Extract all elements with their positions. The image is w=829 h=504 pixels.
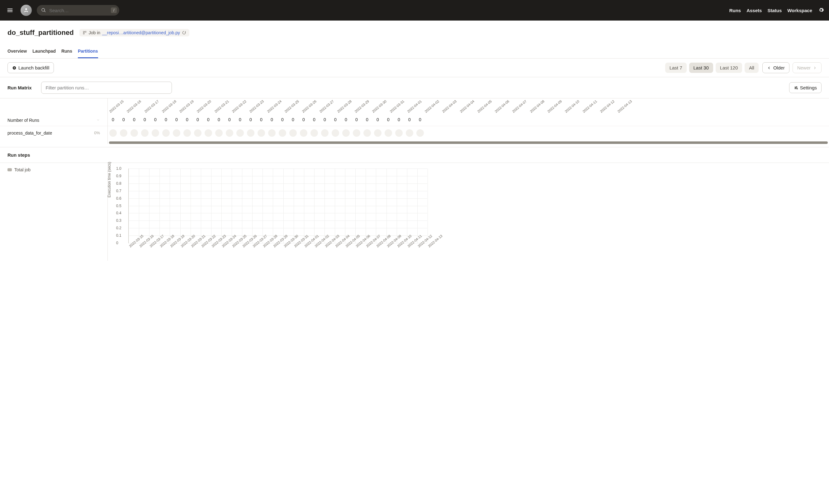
nav-assets[interactable]: Assets (747, 8, 762, 13)
partition-status-cell[interactable] (309, 129, 320, 137)
partition-status-cell[interactable] (192, 129, 203, 137)
partition-date[interactable]: 2022-03-27 (319, 99, 335, 113)
partition-status-cell[interactable] (320, 129, 330, 137)
y-axis-label: Execution time (secs) (107, 162, 111, 197)
partition-status-cell[interactable] (118, 129, 129, 137)
newer-label: Newer (797, 65, 810, 70)
partition-date[interactable]: 2022-03-21 (214, 99, 229, 113)
partition-status-cell[interactable] (256, 129, 266, 137)
range-last-120[interactable]: Last 120 (716, 63, 743, 73)
partition-date[interactable]: 2022-04-04 (459, 99, 475, 113)
search-input[interactable] (49, 8, 108, 13)
partition-status-cell[interactable] (108, 129, 118, 137)
partition-date[interactable]: 2022-03-19 (178, 99, 194, 113)
partition-date[interactable]: 2022-03-18 (161, 99, 177, 113)
search-box[interactable]: / (37, 5, 119, 15)
range-last-30[interactable]: Last 30 (689, 63, 713, 73)
nav-status[interactable]: Status (767, 8, 782, 13)
partition-status-row (108, 126, 829, 140)
partition-date[interactable]: 2022-03-25 (284, 99, 299, 113)
partition-status-cell[interactable] (288, 129, 298, 137)
partition-status-cell[interactable] (171, 129, 182, 137)
partition-date[interactable]: 2022-03-17 (144, 99, 159, 113)
nav-runs[interactable]: Runs (729, 8, 741, 13)
partition-status-cell[interactable] (415, 129, 425, 137)
partition-status-cell[interactable] (362, 129, 372, 137)
matrix-row-label[interactable]: process_data_for_date 0% (0, 126, 107, 140)
job-location-link[interactable]: __reposi…artitioned@partitioned_job.py (102, 30, 180, 35)
partition-status-cell[interactable] (235, 129, 245, 137)
older-button[interactable]: Older (762, 62, 789, 73)
gear-icon[interactable] (819, 7, 824, 14)
partition-status-cell[interactable] (394, 129, 404, 137)
reload-icon[interactable] (182, 31, 186, 35)
partition-status-cell[interactable] (161, 129, 171, 137)
partition-status-cell[interactable] (330, 129, 341, 137)
launch-backfill-button[interactable]: Launch backfill (7, 62, 54, 73)
partition-date[interactable]: 2022-03-22 (231, 99, 247, 113)
partition-date[interactable]: 2022-04-02 (424, 99, 440, 113)
partition-status-cell[interactable] (383, 129, 394, 137)
partition-date[interactable]: 2022-04-06 (494, 99, 510, 113)
partition-date[interactable]: 2022-04-01 (406, 99, 422, 113)
partition-date[interactable]: 2022-04-05 (476, 99, 492, 113)
range-last-7[interactable]: Last 7 (665, 63, 687, 73)
menu-icon[interactable] (5, 5, 15, 15)
partition-date[interactable]: 2022-03-28 (336, 99, 352, 113)
status-dot (406, 129, 413, 137)
partition-date[interactable]: 2022-04-03 (442, 99, 458, 113)
partition-status-cell[interactable] (214, 129, 224, 137)
partition-status-cell[interactable] (372, 129, 383, 137)
partition-date[interactable]: 2022-04-07 (512, 99, 528, 113)
partition-date[interactable]: 2022-04-12 (599, 99, 615, 113)
partition-date[interactable]: 2022-03-16 (126, 99, 142, 113)
partition-status-cell[interactable] (404, 129, 415, 137)
partition-status-cell[interactable] (351, 129, 362, 137)
partition-status-cell[interactable] (266, 129, 277, 137)
partition-status-cell[interactable] (245, 129, 256, 137)
tab-partitions[interactable]: Partitions (78, 45, 98, 58)
partition-date[interactable]: 2022-04-11 (582, 99, 598, 113)
y-tick-label: 0.5 (116, 204, 121, 208)
partition-date[interactable]: 2022-04-10 (564, 99, 580, 113)
newer-button: Newer (793, 62, 822, 73)
partition-date[interactable]: 2022-03-29 (354, 99, 370, 113)
partition-date[interactable]: 2022-03-23 (249, 99, 265, 113)
partition-status-cell[interactable] (140, 129, 150, 137)
partition-status-cell[interactable] (129, 129, 140, 137)
partition-date[interactable]: 2022-03-15 (108, 99, 124, 113)
step-total-job[interactable]: Total job (7, 167, 100, 172)
partition-status-cell[interactable] (203, 129, 214, 137)
chevron-down-icon[interactable] (96, 118, 100, 123)
tab-launchpad[interactable]: Launchpad (32, 45, 56, 58)
partition-date[interactable]: 2022-03-26 (301, 99, 317, 113)
tab-overview[interactable]: Overview (7, 45, 27, 58)
nav-workspace[interactable]: Workspace (787, 8, 812, 13)
partition-date[interactable]: 2022-03-24 (266, 99, 282, 113)
y-tick-label: 0.7 (116, 189, 121, 193)
partition-date[interactable]: 2022-03-30 (371, 99, 387, 113)
partition-date[interactable]: 2022-04-13 (617, 99, 633, 113)
partition-status-cell[interactable] (224, 129, 235, 137)
partition-status-cell[interactable] (150, 129, 161, 137)
partition-status-cell[interactable] (182, 129, 192, 137)
partition-status-cell[interactable] (298, 129, 309, 137)
logo[interactable] (21, 5, 32, 16)
tab-runs[interactable]: Runs (61, 45, 72, 58)
partition-status-cell[interactable] (277, 129, 288, 137)
partition-date[interactable]: 2022-03-31 (389, 99, 405, 113)
x-axis-ticks: 2022-03-152022-03-162022-03-172022-03-18… (128, 245, 427, 261)
partition-status-cell[interactable] (341, 129, 351, 137)
range-all[interactable]: All (745, 63, 759, 73)
status-dot (194, 129, 202, 137)
partition-date[interactable]: 2022-03-20 (196, 99, 212, 113)
status-dot (247, 129, 254, 137)
partition-date[interactable]: 2022-04-08 (529, 99, 545, 113)
horizontal-scrollbar[interactable] (109, 141, 828, 144)
plus-circle-icon (12, 66, 16, 70)
partition-filter-input[interactable] (41, 82, 172, 94)
matrix-scroll-area[interactable]: 2022-03-152022-03-162022-03-172022-03-18… (108, 99, 829, 144)
y-tick-label: 0.1 (116, 233, 121, 238)
matrix-settings-button[interactable]: Settings (789, 82, 822, 93)
partition-date[interactable]: 2022-04-09 (546, 99, 563, 113)
